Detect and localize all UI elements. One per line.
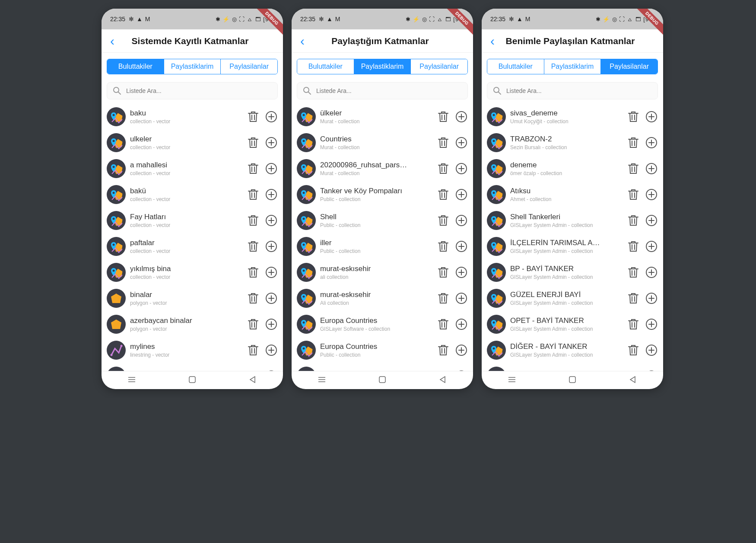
list-item[interactable]: PANKOP TANKER LİSTE…: [487, 363, 658, 371]
add-button[interactable]: [455, 188, 468, 201]
delete-button[interactable]: [437, 214, 450, 227]
nav-recent-icon[interactable]: [507, 375, 517, 386]
list-item[interactable]: GÜZEL ENERJİ BAYİ GISLayer System Admin …: [487, 285, 658, 311]
list-item[interactable]: Fay Hatları collection - vector: [107, 208, 278, 233]
delete-button[interactable]: [437, 162, 450, 175]
delete-button[interactable]: [437, 266, 450, 279]
add-button[interactable]: [455, 214, 468, 227]
nav-home-icon[interactable]: [568, 375, 577, 386]
list-item[interactable]: a mahallesi collection - vector: [107, 156, 278, 182]
list-item[interactable]: TRABZON-2 Sezin Bursalı - collection: [487, 130, 658, 156]
add-button[interactable]: [265, 344, 278, 357]
list-item[interactable]: paftalar collection - vector: [107, 233, 278, 259]
list-item[interactable]: sivas_deneme Umut Koçyiğit - collection: [487, 104, 658, 130]
add-button[interactable]: [645, 110, 658, 123]
delete-button[interactable]: [247, 162, 260, 175]
add-button[interactable]: [455, 266, 468, 279]
delete-button[interactable]: [437, 292, 450, 305]
delete-button[interactable]: [247, 266, 260, 279]
add-button[interactable]: [455, 292, 468, 305]
back-button[interactable]: ‹: [107, 34, 118, 48]
delete-button[interactable]: [247, 110, 260, 123]
delete-button[interactable]: [627, 214, 640, 227]
list-item[interactable]: Europa Countries GISLayer Software - col…: [297, 311, 468, 337]
add-button[interactable]: [645, 240, 658, 253]
add-button[interactable]: [455, 344, 468, 357]
nav-home-icon[interactable]: [187, 375, 197, 386]
delete-button[interactable]: [247, 344, 260, 357]
delete-button[interactable]: [627, 318, 640, 331]
tab-1[interactable]: Paylastiklarim: [354, 59, 411, 74]
add-button[interactable]: [645, 318, 658, 331]
delete-button[interactable]: [437, 240, 450, 253]
tab-0[interactable]: Buluttakiler: [107, 59, 164, 74]
tab-2[interactable]: Paylasilanlar: [601, 59, 658, 74]
add-button[interactable]: [455, 136, 468, 149]
add-button[interactable]: [645, 344, 658, 357]
layer-list[interactable]: ülkeler Murat - collection Countries Mur…: [292, 104, 473, 371]
add-button[interactable]: [645, 214, 658, 227]
list-item[interactable]: Tanker ve Köy Pompaları Public - collect…: [297, 182, 468, 208]
delete-button[interactable]: [437, 344, 450, 357]
list-item[interactable]: yıkılmış bina collection - vector: [107, 259, 278, 285]
search-box[interactable]: [487, 82, 658, 99]
list-item[interactable]: tematik katman: [107, 363, 278, 371]
list-item[interactable]: OPET - BAYİ TANKER GISLayer System Admin…: [487, 311, 658, 337]
list-item[interactable]: 202000986_ruhsat_pars… Murat - collectio…: [297, 156, 468, 182]
add-button[interactable]: [645, 162, 658, 175]
add-button[interactable]: [455, 162, 468, 175]
tab-0[interactable]: Buluttakiler: [487, 59, 544, 74]
list-item[interactable]: deneme ömer özalp - collection: [487, 156, 658, 182]
add-button[interactable]: [265, 162, 278, 175]
list-item[interactable]: azerbaycan binalar polygon - vector: [107, 311, 278, 337]
add-button[interactable]: [265, 240, 278, 253]
add-button[interactable]: [265, 214, 278, 227]
list-item[interactable]: Shell Public - collection: [297, 208, 468, 233]
delete-button[interactable]: [627, 162, 640, 175]
delete-button[interactable]: [627, 240, 640, 253]
tab-2[interactable]: Paylasilanlar: [221, 59, 277, 74]
delete-button[interactable]: [247, 136, 260, 149]
search-box[interactable]: [297, 82, 468, 99]
list-item[interactable]: DİĞER - BAYİ TANKER GISLayer System Admi…: [487, 337, 658, 363]
nav-recent-icon[interactable]: [317, 375, 327, 386]
add-button[interactable]: [455, 240, 468, 253]
list-item[interactable]: İLÇELERİN TARIMSAL A… GISLayer System Ad…: [487, 233, 658, 259]
delete-button[interactable]: [247, 292, 260, 305]
list-item[interactable]: Europa Countries Public - collection: [297, 337, 468, 363]
list-item[interactable]: Shell Tankerleri GISLayer System Admin -…: [487, 208, 658, 233]
add-button[interactable]: [265, 188, 278, 201]
list-item[interactable]: ülkeler Murat - collection: [297, 104, 468, 130]
list-item[interactable]: baku collection - vector: [107, 104, 278, 130]
layer-list[interactable]: baku collection - vector ulkeler collect…: [102, 104, 283, 371]
add-button[interactable]: [645, 136, 658, 149]
delete-button[interactable]: [437, 188, 450, 201]
add-button[interactable]: [455, 318, 468, 331]
delete-button[interactable]: [627, 188, 640, 201]
nav-recent-icon[interactable]: [127, 375, 137, 386]
delete-button[interactable]: [437, 318, 450, 331]
add-button[interactable]: [455, 110, 468, 123]
list-item[interactable]: ulkeler collection - vector: [107, 130, 278, 156]
nav-back-icon[interactable]: [438, 375, 448, 386]
add-button[interactable]: [265, 318, 278, 331]
delete-button[interactable]: [437, 110, 450, 123]
delete-button[interactable]: [627, 136, 640, 149]
add-button[interactable]: [265, 110, 278, 123]
delete-button[interactable]: [247, 318, 260, 331]
layer-list[interactable]: sivas_deneme Umut Koçyiğit - collection …: [482, 104, 663, 371]
search-box[interactable]: [107, 82, 278, 99]
tab-1[interactable]: Paylastiklarim: [544, 59, 601, 74]
list-item[interactable]: iller Public - collection: [297, 233, 468, 259]
add-button[interactable]: [645, 292, 658, 305]
nav-home-icon[interactable]: [378, 375, 387, 386]
nav-back-icon[interactable]: [248, 375, 257, 386]
list-item[interactable]: binalar polygon - vector: [107, 285, 278, 311]
search-input[interactable]: [126, 87, 272, 94]
nav-back-icon[interactable]: [628, 375, 638, 386]
list-item[interactable]: mylines linestring - vector: [107, 337, 278, 363]
delete-button[interactable]: [627, 292, 640, 305]
search-input[interactable]: [506, 87, 652, 94]
list-item[interactable]: Countries Murat - collection: [297, 130, 468, 156]
delete-button[interactable]: [627, 266, 640, 279]
